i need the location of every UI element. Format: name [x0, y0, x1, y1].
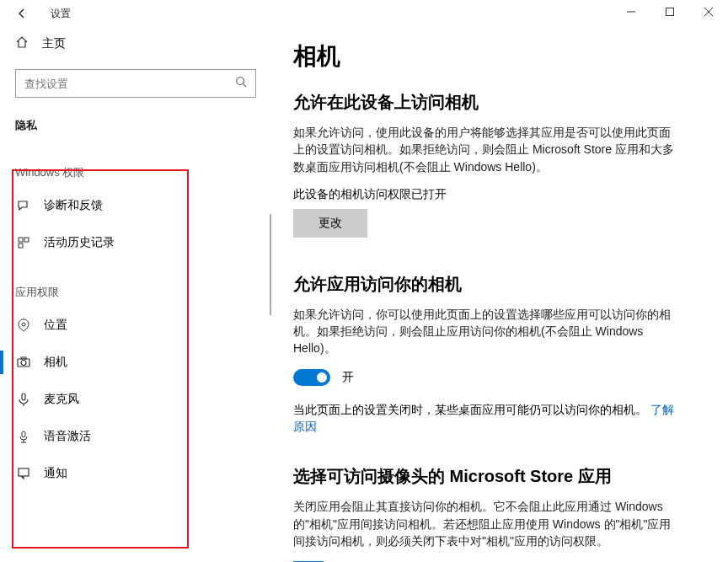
sidebar-item-camera[interactable]: 相机: [0, 344, 270, 381]
sidebar-item-voice-activation[interactable]: 语音激活: [0, 418, 270, 455]
minimize-button[interactable]: [612, 0, 650, 24]
toggle-state-label: 开: [342, 370, 354, 385]
sidebar-item-microphone[interactable]: 麦克风: [0, 381, 270, 418]
sidebar-item-label: 相机: [44, 355, 67, 370]
svg-rect-11: [22, 393, 25, 400]
sidebar-item-label: 通知: [44, 466, 67, 481]
svg-rect-4: [19, 238, 23, 242]
section3-title: 选择可访问摄像头的 Microsoft Store 应用: [293, 465, 694, 488]
search-input[interactable]: [24, 78, 235, 90]
voice-icon: [15, 429, 32, 444]
section2-info: 当此页面上的设置关闭时，某些桌面应用可能仍可以访问你的相机。 了解原因: [293, 401, 681, 436]
mic-icon: [15, 392, 32, 407]
section1-desc: 如果允许访问，使用此设备的用户将能够选择其应用是否可以使用此页面上的设置访问相机…: [293, 124, 681, 175]
device-access-status: 此设备的相机访问权限已打开: [293, 187, 694, 202]
sidebar-item-label: 麦克风: [44, 392, 79, 407]
notif-icon: [15, 466, 32, 481]
scrollbar[interactable]: [270, 214, 271, 315]
toggle-knob: [317, 372, 327, 383]
svg-rect-12: [22, 431, 25, 437]
back-button[interactable]: [12, 7, 32, 20]
search-input-wrapper[interactable]: [15, 69, 256, 98]
svg-rect-6: [19, 244, 23, 248]
sidebar-item-diagnostics[interactable]: 诊断和反馈: [0, 187, 270, 224]
home-icon: [15, 35, 29, 52]
sidebar-item-label: 位置: [44, 318, 67, 333]
app-access-toggle[interactable]: [293, 369, 330, 386]
sidebar-item-label: 语音激活: [44, 429, 91, 444]
close-button[interactable]: [689, 0, 728, 24]
section2-title: 允许应用访问你的相机: [293, 273, 694, 296]
change-button[interactable]: 更改: [293, 209, 367, 238]
svg-rect-1: [666, 8, 674, 16]
camera-icon: [15, 355, 32, 370]
main-content: 相机 允许在此设备上访问相机 如果允许访问，使用此设备的用户将能够选择其应用是否…: [270, 27, 728, 562]
history-icon: [15, 235, 32, 250]
svg-point-7: [22, 323, 25, 326]
svg-point-2: [237, 78, 244, 85]
svg-rect-13: [19, 468, 29, 476]
section3-desc: 关闭应用会阻止其直接访问你的相机。它不会阻止此应用通过 Windows 的"相机…: [293, 498, 681, 549]
group-label-app-perm: 应用权限: [0, 261, 270, 307]
sidebar-item-activity-history[interactable]: 活动历史记录: [0, 224, 270, 261]
svg-rect-5: [24, 238, 29, 242]
window-title: 设置: [51, 7, 71, 21]
home-link[interactable]: 主页: [0, 27, 270, 61]
svg-point-9: [21, 361, 26, 366]
sidebar-item-label: 诊断和反馈: [44, 198, 103, 213]
svg-line-3: [244, 84, 247, 88]
sidebar-item-label: 活动历史记录: [44, 235, 115, 250]
group-label-windows-perm: Windows 权限: [0, 142, 270, 187]
feedback-icon: [15, 198, 32, 213]
svg-rect-10: [21, 357, 26, 359]
location-icon: [15, 318, 32, 333]
sidebar-item-notifications[interactable]: 通知: [0, 455, 270, 492]
category-header: 隐私: [0, 106, 270, 142]
sidebar-item-location[interactable]: 位置: [0, 307, 270, 344]
maximize-button[interactable]: [650, 0, 689, 24]
search-icon: [235, 76, 247, 91]
page-title: 相机: [293, 40, 694, 72]
sidebar: 主页 隐私 Windows 权限 诊断和反馈 活动历史记录 应用权限: [0, 27, 270, 562]
section1-title: 允许在此设备上访问相机: [293, 91, 694, 114]
section2-desc: 如果允许访问，你可以使用此页面上的设置选择哪些应用可以访问你的相机。如果拒绝访问…: [293, 306, 681, 357]
home-label: 主页: [42, 36, 66, 51]
info-text: 当此页面上的设置关闭时，某些桌面应用可能仍可以访问你的相机。: [293, 403, 647, 416]
